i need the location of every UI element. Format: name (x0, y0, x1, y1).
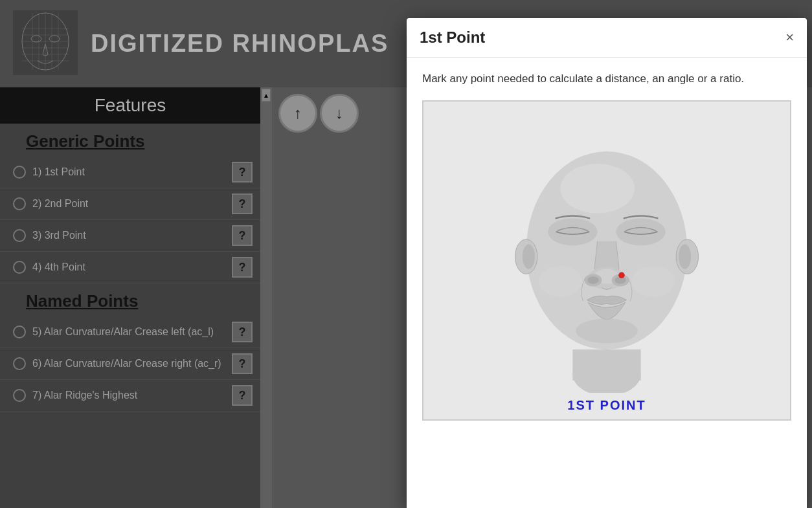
modal-close-button[interactable]: × (785, 30, 794, 45)
modal-title: 1st Point (420, 28, 485, 47)
svg-point-29 (576, 318, 638, 343)
face-illustration (458, 108, 756, 393)
modal-dialog: 1st Point × Mark any point needed to cal… (407, 18, 807, 508)
svg-point-33 (679, 244, 691, 269)
modal-image-container: 1ST POINT (422, 100, 791, 421)
modal-description: Mark any point needed to calculate a dis… (422, 71, 791, 87)
modal-header: 1st Point × (407, 18, 807, 58)
modal-image-label: 1ST POINT (567, 398, 646, 413)
svg-point-28 (618, 272, 625, 278)
svg-point-34 (539, 265, 582, 296)
modal-body: Mark any point needed to calculate a dis… (407, 58, 807, 434)
svg-point-35 (631, 265, 675, 296)
svg-rect-17 (572, 349, 640, 381)
modal-overlay: 1st Point × Mark any point needed to cal… (0, 0, 812, 508)
svg-point-19 (560, 164, 635, 214)
svg-point-25 (587, 276, 598, 283)
svg-point-31 (523, 244, 535, 269)
